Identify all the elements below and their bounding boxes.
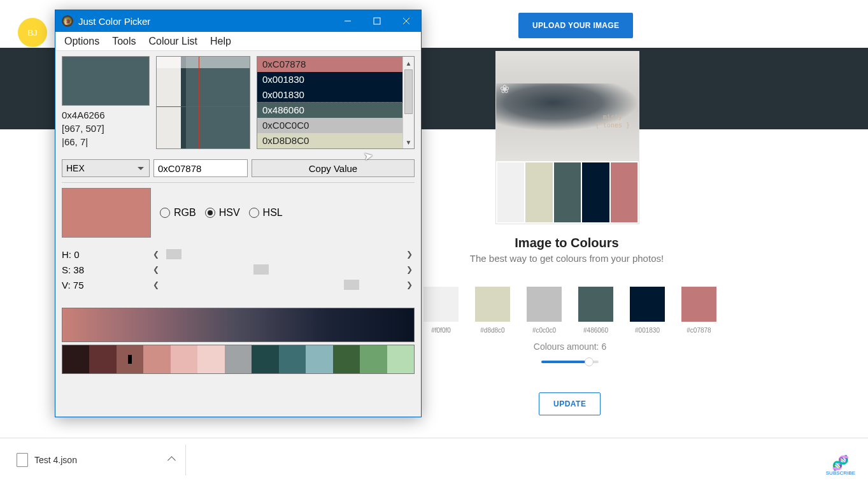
file-icon bbox=[17, 453, 28, 467]
history-item[interactable]: 0x486060 bbox=[257, 103, 402, 118]
history-item[interactable]: 0x001830 bbox=[257, 87, 402, 103]
titlebar[interactable]: 🐌 Just Color Picker bbox=[55, 10, 421, 32]
image-preview-card: misty { tones } ❀ bbox=[495, 51, 639, 224]
history-item[interactable]: 0x001830 bbox=[257, 72, 402, 87]
chevron-up-icon[interactable] bbox=[167, 455, 176, 464]
strip-swatch[interactable] bbox=[197, 345, 224, 373]
hex-input[interactable] bbox=[153, 159, 248, 177]
radio-hsv[interactable]: HSV bbox=[205, 207, 240, 219]
gradient-bar[interactable] bbox=[62, 308, 415, 342]
magnifier-view bbox=[156, 56, 250, 149]
s-increment[interactable]: ❯ bbox=[404, 265, 415, 274]
download-item[interactable]: Test 4.json bbox=[8, 445, 186, 475]
menu-help[interactable]: Help bbox=[204, 33, 238, 50]
update-button[interactable]: UPDATE bbox=[539, 392, 601, 415]
extracted-item[interactable]: #f0f0f0 bbox=[423, 287, 459, 334]
s-slider[interactable] bbox=[161, 268, 404, 271]
avatar-initials: BJ bbox=[27, 28, 37, 38]
extracted-swatch bbox=[630, 287, 665, 322]
minimize-button[interactable] bbox=[333, 10, 362, 32]
history-item[interactable]: 0xC0C0C0 bbox=[257, 118, 402, 133]
strip-swatch[interactable] bbox=[252, 345, 278, 373]
slider-thumb[interactable] bbox=[585, 357, 594, 366]
extracted-hex-label: #001830 bbox=[635, 327, 660, 334]
strip-swatch[interactable] bbox=[89, 345, 116, 373]
scroll-up-icon[interactable]: ▲ bbox=[403, 57, 414, 69]
radio-rgb[interactable]: RGB bbox=[160, 207, 196, 219]
h-slider-row: H: 0 ❮ ❯ bbox=[62, 247, 415, 262]
strip-swatch[interactable] bbox=[225, 345, 252, 373]
scroll-down-icon[interactable]: ▼ bbox=[403, 136, 414, 148]
history-item[interactable]: 0xD8D8C0 bbox=[257, 133, 402, 148]
relative-coords-label: |66, 7| bbox=[62, 135, 150, 148]
leaf-icon: ❀ bbox=[500, 82, 509, 96]
cursor-coords-label: [967, 507] bbox=[62, 122, 150, 135]
photo-caption-1: misty bbox=[603, 113, 622, 120]
radio-hsl[interactable]: HSL bbox=[249, 207, 283, 219]
app-icon: 🐌 bbox=[62, 15, 73, 27]
page-title: Image to Colours bbox=[423, 236, 710, 250]
close-button[interactable] bbox=[392, 10, 421, 32]
extracted-item[interactable]: #c0c0c0 bbox=[527, 287, 562, 334]
divider bbox=[62, 182, 415, 183]
h-increment[interactable]: ❯ bbox=[404, 250, 415, 259]
v-decrement[interactable]: ❮ bbox=[151, 280, 161, 289]
v-increment[interactable]: ❯ bbox=[404, 280, 415, 289]
scrollbar-thumb[interactable] bbox=[404, 69, 413, 114]
extracted-hex-label: #d8d8c0 bbox=[480, 327, 504, 334]
copy-value-button[interactable]: Copy Value bbox=[252, 159, 415, 177]
v-slider-row: V: 75 ❮ ❯ bbox=[62, 277, 415, 292]
strip-swatch[interactable] bbox=[279, 345, 306, 373]
h-decrement[interactable]: ❮ bbox=[151, 250, 161, 259]
radio-hsl-label: HSL bbox=[263, 207, 283, 219]
extracted-swatch bbox=[475, 287, 510, 322]
menu-colour-list[interactable]: Colour List bbox=[143, 33, 204, 50]
downloads-bar: Test 4.json bbox=[0, 438, 868, 481]
svg-rect-1 bbox=[374, 18, 380, 24]
extracted-swatch bbox=[423, 287, 459, 322]
strip-swatch[interactable] bbox=[333, 345, 360, 373]
avatar[interactable]: BJ bbox=[18, 18, 47, 47]
extracted-item[interactable]: #486060 bbox=[578, 287, 613, 334]
strip-swatch[interactable] bbox=[360, 345, 387, 373]
current-color-swatch bbox=[62, 56, 150, 106]
s-label: S: 38 bbox=[62, 264, 151, 275]
radio-hsv-label: HSV bbox=[219, 207, 240, 219]
s-decrement[interactable]: ❮ bbox=[151, 265, 161, 274]
strip-swatch[interactable] bbox=[306, 345, 332, 373]
card-swatch bbox=[611, 162, 637, 222]
extracted-item[interactable]: #001830 bbox=[630, 287, 665, 334]
colours-amount-label: Colours amount: 6 bbox=[423, 341, 716, 352]
history-scrollbar[interactable]: ▲ ▼ bbox=[402, 57, 414, 148]
extracted-hex-label: #486060 bbox=[583, 327, 608, 334]
menu-options[interactable]: Options bbox=[58, 33, 106, 50]
palette-strip[interactable] bbox=[62, 345, 415, 374]
upload-image-button[interactable]: UPLOAD YOUR IMAGE bbox=[518, 13, 633, 38]
maximize-button[interactable] bbox=[362, 10, 392, 32]
menu-tools[interactable]: Tools bbox=[106, 33, 142, 50]
strip-swatch[interactable] bbox=[171, 345, 197, 373]
extracted-palette: #f0f0f0#d8d8c0#c0c0c0#486060#001830#c078… bbox=[423, 287, 716, 334]
menubar: OptionsToolsColour ListHelp bbox=[55, 32, 421, 51]
extracted-item[interactable]: #c07878 bbox=[681, 287, 716, 334]
v-slider[interactable] bbox=[161, 283, 404, 287]
strip-swatch[interactable] bbox=[117, 345, 143, 373]
strip-swatch[interactable] bbox=[387, 345, 414, 373]
colours-amount-slider[interactable] bbox=[541, 361, 599, 363]
extracted-hex-label: #c07878 bbox=[687, 327, 711, 334]
subscribe-icon[interactable]: 🧬 SUBSCRIBE bbox=[826, 456, 855, 476]
format-value: HEX bbox=[66, 163, 85, 173]
card-swatch bbox=[525, 162, 552, 222]
extracted-item[interactable]: #d8d8c0 bbox=[475, 287, 510, 334]
strip-swatch[interactable] bbox=[62, 345, 89, 373]
extracted-hex-label: #c0c0c0 bbox=[532, 327, 556, 334]
extracted-swatch bbox=[681, 287, 716, 322]
history-item[interactable]: 0xC07878 bbox=[257, 57, 402, 72]
h-slider[interactable] bbox=[161, 252, 404, 256]
page-subtitle: The best way to get colours from your ph… bbox=[423, 253, 710, 264]
format-select[interactable]: HEX bbox=[62, 159, 150, 177]
extracted-swatch bbox=[527, 287, 562, 322]
strip-swatch[interactable] bbox=[143, 345, 170, 373]
photo-caption: misty { tones } bbox=[595, 113, 630, 129]
card-swatch bbox=[554, 162, 581, 222]
